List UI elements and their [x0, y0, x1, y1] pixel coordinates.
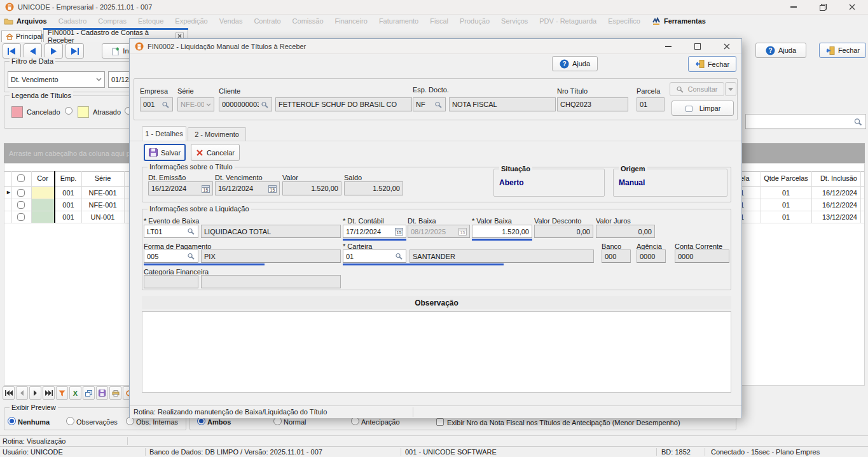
grid-header-emp[interactable]: Emp.: [55, 174, 81, 182]
dt-vencimento-calendar-icon[interactable]: 15: [268, 185, 277, 193]
dialog-close-button[interactable]: [717, 40, 736, 53]
grid-select-all-checkbox[interactable]: [17, 174, 25, 182]
grid-search-field[interactable]: [745, 114, 866, 129]
menu-contrato[interactable]: Contrato: [254, 17, 280, 25]
cancelar-button[interactable]: Cancelar: [191, 144, 240, 161]
grid-filter-button[interactable]: [56, 386, 68, 400]
grid-row1-serie[interactable]: NFE-001: [81, 189, 124, 197]
serie-select[interactable]: NFE-00: [177, 97, 214, 111]
consultar-button[interactable]: Consultar: [670, 82, 724, 96]
nav-first-button[interactable]: [3, 43, 21, 59]
nav-next-button[interactable]: [45, 43, 63, 59]
consultar-dropdown-button[interactable]: [725, 82, 736, 96]
grid-next-button[interactable]: [29, 386, 41, 400]
grid-row3-qtde[interactable]: 01: [761, 213, 811, 221]
grid-columns-button[interactable]: [83, 386, 95, 400]
menu-especifico[interactable]: Específico: [608, 17, 640, 25]
dialog-fechar-button[interactable]: Fechar: [688, 56, 736, 72]
valor-baixa-field[interactable]: 1.520,00: [472, 225, 532, 238]
menu-faturamento[interactable]: Faturamento: [379, 17, 418, 25]
grid-first-button[interactable]: [3, 386, 15, 400]
grid-row2-dt-inclusao[interactable]: 16/12/2024: [811, 201, 857, 209]
carteira-lookup-icon[interactable]: [395, 253, 403, 260]
grid-row3-serie[interactable]: UN-001: [81, 213, 124, 221]
parcela-field[interactable]: 01: [637, 97, 665, 111]
grid-row2-emp[interactable]: 001: [55, 201, 81, 209]
nro-titulo-field[interactable]: CHQ2023: [557, 97, 628, 111]
esp-docto-field[interactable]: NF: [413, 97, 446, 111]
menu-cadastro[interactable]: Cadastro: [59, 17, 87, 25]
salvar-button[interactable]: Salvar: [144, 144, 186, 161]
grid-row1-dt-inclusao[interactable]: 16/12/2024: [811, 189, 857, 197]
radio-nenhuma[interactable]: [8, 417, 16, 425]
menu-expedicao[interactable]: Expedição: [175, 17, 207, 25]
minimize-button[interactable]: [784, 1, 803, 13]
dt-contabil-calendar-icon[interactable]: 15: [395, 227, 403, 236]
maximize-button[interactable]: [813, 1, 832, 13]
main-ajuda-button[interactable]: ? Ajuda: [755, 43, 806, 58]
menu-vendas[interactable]: Vendas: [219, 17, 243, 25]
close-button[interactable]: [843, 1, 862, 13]
grid-save-layout-button[interactable]: [96, 386, 108, 400]
grid-row2-qtde[interactable]: 01: [761, 201, 811, 209]
menu-producao[interactable]: Produção: [460, 17, 490, 25]
menu-servicos[interactable]: Serviços: [501, 17, 528, 25]
legend-cancelado-checkbox[interactable]: [65, 107, 72, 115]
grid-row1-checkbox[interactable]: [17, 189, 25, 197]
grid-header-serie[interactable]: Série: [81, 174, 124, 182]
carteira-field[interactable]: 01: [343, 250, 406, 263]
menu-financeiro[interactable]: Financeiro: [335, 17, 368, 25]
dt-emissao-field[interactable]: 16/12/2024 15: [148, 181, 213, 195]
grid-row1-color-cell: [32, 187, 54, 199]
menu-estoque[interactable]: Estoque: [138, 17, 163, 25]
forma-pagamento-lookup-icon[interactable]: [187, 253, 195, 260]
observacao-textarea[interactable]: [142, 311, 731, 393]
grid-row2-serie[interactable]: NFE-001: [81, 201, 124, 209]
dialog-maximize-button[interactable]: [688, 40, 707, 53]
cliente-lookup-icon[interactable]: [261, 101, 269, 108]
grid-row1-emp[interactable]: 001: [55, 189, 81, 197]
dialog-tab-detalhes[interactable]: 1 - Detalhes: [142, 126, 186, 141]
dt-contabil-field[interactable]: 17/12/2024 15: [343, 225, 406, 238]
menu-fiscal[interactable]: Fiscal: [430, 17, 448, 25]
cliente-codigo-field[interactable]: 0000000003: [219, 97, 272, 111]
dialog-ajuda-button[interactable]: ? Ajuda: [552, 56, 598, 71]
grid-row3-dt-inclusao[interactable]: 13/12/2024: [811, 213, 857, 221]
radio-observacoes[interactable]: [66, 417, 74, 425]
menu-compras[interactable]: Compras: [98, 17, 127, 25]
forma-pagamento-field[interactable]: 005: [144, 250, 198, 263]
evento-baixa-field[interactable]: LT01: [144, 225, 198, 238]
exibir-nro-nf-checkbox[interactable]: [436, 418, 444, 426]
nav-prev-button[interactable]: [24, 43, 42, 59]
dialog-titlebar[interactable]: FIN0002 - Liquidação Manual de Títulos à…: [130, 39, 741, 54]
grid-header-dt-inclusao[interactable]: Dt. Inclusão: [811, 174, 857, 182]
grid-row3-checkbox[interactable]: [17, 213, 25, 221]
dt-vencimento-field[interactable]: 16/12/2024 15: [215, 181, 280, 195]
grid-row3-emp[interactable]: 001: [55, 213, 81, 221]
categoria-codigo-field[interactable]: [144, 275, 198, 288]
menu-comissao[interactable]: Comissão: [293, 17, 324, 25]
main-fechar-button[interactable]: Fechar: [819, 43, 866, 58]
dialog-minimize-button[interactable]: [659, 40, 678, 53]
grid-header-qtde-parcelas[interactable]: Qtde Parcelas: [761, 174, 811, 182]
menu-arquivos[interactable]: Arquivos: [4, 17, 47, 25]
grid-prev-button[interactable]: [16, 386, 28, 400]
empresa-field[interactable]: 001: [140, 97, 173, 111]
grid-last-button[interactable]: [43, 386, 55, 400]
nav-last-button[interactable]: [65, 43, 84, 59]
filtro-campo-select[interactable]: Dt. Vencimento: [8, 71, 105, 88]
dt-emissao-calendar-icon[interactable]: 15: [202, 185, 210, 193]
esp-docto-lookup-icon[interactable]: [434, 101, 443, 108]
empresa-lookup-icon[interactable]: [162, 101, 170, 108]
grid-header-cor[interactable]: Cor: [31, 174, 54, 182]
grid-export-excel-button[interactable]: X: [69, 386, 81, 400]
dialog-tab-movimento[interactable]: 2 - Movimento: [188, 127, 246, 141]
grid-print-button[interactable]: [109, 386, 121, 400]
menu-ferramentas[interactable]: Ferramentas: [652, 17, 706, 25]
evento-baixa-lookup-icon[interactable]: [187, 228, 195, 235]
limpar-button[interactable]: Limpar: [672, 101, 734, 116]
menu-pdv-retaguarda[interactable]: PDV - Retaguarda: [539, 17, 596, 25]
grid-row2-checkbox[interactable]: [17, 201, 25, 209]
grid-row1-qtde[interactable]: 01: [761, 189, 811, 197]
tab-principal[interactable]: Principal: [1, 30, 42, 42]
